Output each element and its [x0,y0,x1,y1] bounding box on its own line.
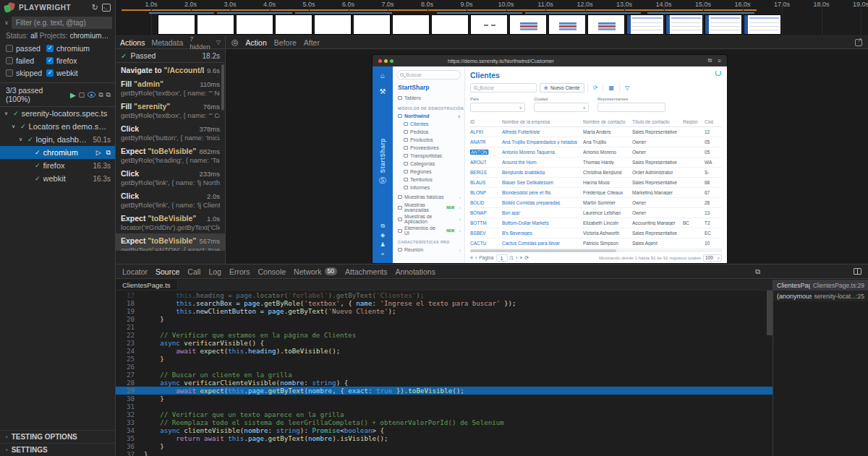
tab-actions[interactable]: Actions [120,38,145,47]
filmstrip-thumbnail[interactable] [470,14,508,35]
source-file-tab[interactable]: ClientesPage.ts [116,280,178,290]
tab-annotations[interactable]: Annotations [395,267,435,276]
filmstrip-thumbnail[interactable] [275,14,312,35]
code-line[interactable]: 37} [116,450,773,456]
filmstrip-thumbnail[interactable] [314,14,352,35]
code-line[interactable]: 34 async clienteVisible(nombre: string):… [116,426,773,434]
tab-attachments[interactable]: Attachments [345,267,387,276]
collapse-all-icon[interactable]: ⧉ [98,91,103,99]
code-line[interactable]: 17 this.heading = page.locator('forlabel… [116,291,773,299]
pick-locator-icon[interactable]: ◎ [231,38,239,47]
tab-source[interactable]: Source [156,267,179,276]
checkbox-firefox[interactable]: ✓firefox [46,56,109,65]
tab-call[interactable]: Call [187,267,200,276]
code-line[interactable]: 28 async verificarClienteVisible(nombre:… [116,379,773,387]
unchecked-checkbox-icon[interactable] [6,57,13,64]
section-settings[interactable]: › SETTINGS [0,443,115,456]
checkbox-chromium[interactable]: ✓chromium [46,44,109,53]
filmstrip-thumbnail[interactable] [353,14,391,35]
tree-item-locators-en-demo-serenity-is-[interactable]: ∨✓Locators en demo.serenity.is - ... [0,120,115,133]
tree-item-serenity-locators-spec-ts[interactable]: ∨✓serenity-locators.spec.ts [0,107,115,120]
open-external-icon[interactable] [855,39,862,46]
tree-item-firefox[interactable]: ✓firefox16.3s [0,159,115,172]
tab-before[interactable]: Before [274,38,297,47]
code-line[interactable]: 35 return await this.page.getByText(nomb… [116,434,773,442]
expand-all-icon[interactable]: ⧉ [106,91,111,99]
code-line[interactable]: 22 // Verificar que estamos en la página… [116,331,773,339]
code-scrollbar[interactable] [767,291,773,456]
filter-input[interactable]: Filter (e.g. text, @tag) [12,17,112,29]
tab-locator[interactable]: Locator [122,267,148,276]
filmstrip-thumbnail[interactable] [548,14,586,35]
checkbox-webkit[interactable]: ✓webkit [46,69,109,77]
code-line[interactable]: 33 // Reemplaza todo el sistema de leerG… [116,418,773,426]
filmstrip-thumbnail[interactable] [744,14,781,35]
code-line[interactable]: 36 } [116,442,773,450]
section-testing-options[interactable]: › TESTING OPTIONS [0,430,115,443]
stack-frame[interactable]: (anonymous)serenity-locat...:25 [773,291,868,301]
stop-icon[interactable]: ▢ [79,91,85,98]
tab-after[interactable]: After [304,38,320,47]
unchecked-checkbox-icon[interactable] [6,45,13,52]
code-line[interactable]: 23 async verificarVisible() { [116,339,773,347]
code-line[interactable]: 24 await expect(this.heading).toBeVisibl… [116,347,773,355]
reload-icon[interactable]: ↻ [92,4,98,12]
checkbox-failed[interactable]: failed [6,56,46,65]
filmstrip-thumbnail[interactable] [509,14,547,35]
actions-scrollbar[interactable] [221,64,224,111]
copy-icon[interactable]: ⧉ [755,267,760,276]
tree-item-login-dashboard-y-n-[interactable]: ∨✓login, dashboard y n...50.1s [0,133,115,146]
filmstrip-thumbnail[interactable] [197,14,234,35]
code-line[interactable]: 18 this.searchBox = page.getByRole('text… [116,299,773,307]
action-item[interactable]: Fill "serenity"76msgetByRole('textbox', … [116,99,225,121]
code-editor[interactable]: 17 this.heading = page.locator('forlabel… [116,291,773,456]
filmstrip-thumbnail[interactable] [626,14,664,35]
code-line[interactable]: 20 } [116,315,773,323]
play-icon[interactable]: ▷ [96,149,101,156]
code-line[interactable]: 29 await expect(this.page.getByText(nomb… [116,387,773,395]
action-item[interactable]: Expect "toBeVisible"882msgetByRole('head… [116,144,225,166]
filmstrip-thumbnail[interactable] [392,14,430,35]
unchecked-checkbox-icon[interactable] [6,69,13,77]
code-line[interactable]: 32 // Verificar que un texto aparece en … [116,410,773,418]
action-item[interactable]: Click378msgetByRole('button', { name: 'I… [116,121,225,144]
code-line[interactable]: 30 } [116,395,773,403]
tab-console[interactable]: Console [258,267,286,276]
watch-eye-icon[interactable] [88,92,95,98]
checked-checkbox-icon[interactable]: ✓ [46,57,54,64]
tab-action[interactable]: Action [246,38,267,47]
stack-frame[interactable]: ClientesPage....ClientesPage.ts:29 [773,280,868,291]
action-item[interactable]: Expect "toBeVisible"567msgetByText('ANTO… [116,233,225,251]
filter-funnel-icon[interactable]: ▽ [216,39,221,46]
checkbox-skipped[interactable]: skipped [6,69,46,77]
code-line[interactable]: 31 [116,403,773,410]
filmstrip-thumbnail[interactable] [665,14,703,35]
checked-checkbox-icon[interactable]: ✓ [46,69,54,77]
filmstrip-thumbnail[interactable] [431,14,469,35]
action-item[interactable]: Navigate to "/Account/Login"9.6s [116,63,225,77]
terminal-icon[interactable]: ›_ [102,4,111,12]
run-all-icon[interactable]: ▶ [70,91,76,99]
code-line[interactable]: 27 // Buscar un cliente en la grilla [116,371,773,379]
checked-checkbox-icon[interactable]: ✓ [46,45,54,52]
action-item[interactable]: Click2.0sgetByRole('link', { name: 'lj C… [116,189,225,211]
chevron-down-icon[interactable]: ∨ [4,20,9,26]
timeline-filmstrip[interactable]: 1.0s2.0s3.0s4.0s5.0s6.0s7.0s8.0s9.0s10.0… [116,0,868,36]
checkbox-passed[interactable]: passed [6,44,46,53]
filmstrip-thumbnail[interactable] [587,14,625,35]
filmstrip-thumbnail[interactable] [158,14,195,35]
code-line[interactable]: 21 [116,323,773,331]
filmstrip-thumbnail[interactable] [236,14,273,35]
tree-item-webkit[interactable]: ✓webkit16.3s [0,172,115,185]
tab-errors[interactable]: Errors [229,267,250,276]
tree-item-chromium[interactable]: ✓chromium▷⧉ [0,146,115,159]
tab-network[interactable]: Network50 [294,267,337,276]
code-line[interactable]: 19 this.newClientButton = page.getByText… [116,307,773,315]
tab-log[interactable]: Log [208,267,221,276]
code-line[interactable]: 26 [116,363,773,371]
action-item[interactable]: Fill "admin"110msgetByRole('textbox', { … [116,77,225,99]
code-line[interactable]: 25 } [116,355,773,363]
split-view-icon[interactable] [854,268,861,275]
action-item[interactable]: Click233msgetByRole('link', { name: 'lj … [116,166,225,189]
tab-metadata[interactable]: Metadata [151,38,183,47]
